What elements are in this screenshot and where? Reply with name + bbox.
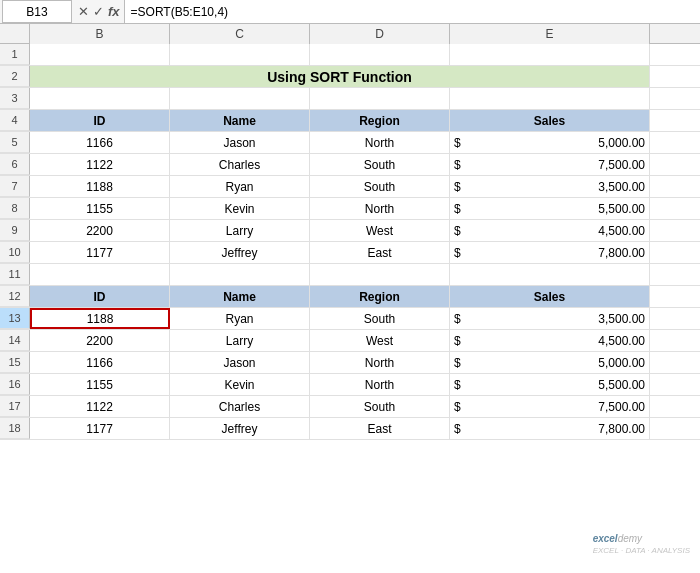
row-num-4: 4 (0, 110, 30, 131)
row-num-15: 15 (0, 352, 30, 373)
cell-e18[interactable]: $ 7,800.00 (450, 418, 650, 439)
row-12: 12 ID Name Region Sales (0, 286, 700, 308)
amount-14: 4,500.00 (465, 334, 645, 348)
cell-d10[interactable]: East (310, 242, 450, 263)
cell-e12: Sales (450, 286, 650, 307)
cell-e6[interactable]: $ 7,500.00 (450, 154, 650, 175)
cell-d5[interactable]: North (310, 132, 450, 153)
cell-c12: Name (170, 286, 310, 307)
row-num-13: 13 (0, 308, 30, 329)
cell-c5[interactable]: Jason (170, 132, 310, 153)
cell-c9[interactable]: Larry (170, 220, 310, 241)
dollar-13: $ (454, 312, 461, 326)
row-num-1: 1 (0, 44, 30, 65)
row-num-11: 11 (0, 264, 30, 285)
cell-d8[interactable]: North (310, 198, 450, 219)
cell-c18[interactable]: Jeffrey (170, 418, 310, 439)
cell-b8[interactable]: 1155 (30, 198, 170, 219)
cell-c16[interactable]: Kevin (170, 374, 310, 395)
row-8: 8 1155 Kevin North $ 5,500.00 (0, 198, 700, 220)
cell-d18[interactable]: East (310, 418, 450, 439)
cell-b17[interactable]: 1122 (30, 396, 170, 417)
cell-d1[interactable] (310, 44, 450, 65)
cell-c10[interactable]: Jeffrey (170, 242, 310, 263)
cell-c3[interactable] (170, 88, 310, 109)
confirm-icon[interactable]: ✓ (93, 4, 104, 19)
cell-d15[interactable]: North (310, 352, 450, 373)
cell-b15[interactable]: 1166 (30, 352, 170, 373)
cell-b10[interactable]: 1177 (30, 242, 170, 263)
dollar-9: $ (454, 224, 461, 238)
cell-c1[interactable] (170, 44, 310, 65)
row-16: 16 1155 Kevin North $ 5,500.00 (0, 374, 700, 396)
cell-c14[interactable]: Larry (170, 330, 310, 351)
cell-e17[interactable]: $ 7,500.00 (450, 396, 650, 417)
cell-d7[interactable]: South (310, 176, 450, 197)
cell-e8[interactable]: $ 5,500.00 (450, 198, 650, 219)
row-num-3: 3 (0, 88, 30, 109)
cell-c13[interactable]: Ryan (170, 308, 310, 329)
cell-e5[interactable]: $ 5,000.00 (450, 132, 650, 153)
cell-e11[interactable] (450, 264, 650, 285)
cell-b5[interactable]: 1166 (30, 132, 170, 153)
cell-e14[interactable]: $ 4,500.00 (450, 330, 650, 351)
cell-c8[interactable]: Kevin (170, 198, 310, 219)
dollar-18: $ (454, 422, 461, 436)
amount-10: 7,800.00 (465, 246, 645, 260)
cell-b7[interactable]: 1188 (30, 176, 170, 197)
cell-b18[interactable]: 1177 (30, 418, 170, 439)
cell-b14[interactable]: 2200 (30, 330, 170, 351)
cell-b16[interactable]: 1155 (30, 374, 170, 395)
row-num-5: 5 (0, 132, 30, 153)
dollar-5: $ (454, 136, 461, 150)
amount-18: 7,800.00 (465, 422, 645, 436)
cell-c15[interactable]: Jason (170, 352, 310, 373)
dollar-15: $ (454, 356, 461, 370)
cell-d14[interactable]: West (310, 330, 450, 351)
row-num-17: 17 (0, 396, 30, 417)
cell-d3[interactable] (310, 88, 450, 109)
amount-16: 5,500.00 (465, 378, 645, 392)
cell-c4: Name (170, 110, 310, 131)
cell-e15[interactable]: $ 5,000.00 (450, 352, 650, 373)
cell-b3[interactable] (30, 88, 170, 109)
cell-b1[interactable] (30, 44, 170, 65)
cell-b9[interactable]: 2200 (30, 220, 170, 241)
col-headers-row: B C D E (0, 24, 700, 44)
cell-e13[interactable]: $ 3,500.00 (450, 308, 650, 329)
row-num-2: 2 (0, 66, 30, 87)
row-num-6: 6 (0, 154, 30, 175)
cell-d9[interactable]: West (310, 220, 450, 241)
cell-e16[interactable]: $ 5,500.00 (450, 374, 650, 395)
cell-b13[interactable]: 1188 (30, 308, 170, 329)
row-4: 4 ID Name Region Sales (0, 110, 700, 132)
row-11: 11 (0, 264, 700, 286)
cancel-icon[interactable]: ✕ (78, 4, 89, 19)
cell-b11[interactable] (30, 264, 170, 285)
cell-c6[interactable]: Charles (170, 154, 310, 175)
cell-d13[interactable]: South (310, 308, 450, 329)
formula-input[interactable]: =SORT(B5:E10,4) (124, 0, 700, 23)
amount-9: 4,500.00 (465, 224, 645, 238)
cell-d17[interactable]: South (310, 396, 450, 417)
cell-d4: Region (310, 110, 450, 131)
name-box[interactable]: B13 (2, 0, 72, 23)
cell-e10[interactable]: $ 7,800.00 (450, 242, 650, 263)
row-2: 2 Using SORT Function (0, 66, 700, 88)
cell-d11[interactable] (310, 264, 450, 285)
cell-c7[interactable]: Ryan (170, 176, 310, 197)
amount-7: 3,500.00 (465, 180, 645, 194)
cell-c11[interactable] (170, 264, 310, 285)
cell-e1[interactable] (450, 44, 650, 65)
row-num-8: 8 (0, 198, 30, 219)
fx-icon[interactable]: fx (108, 4, 120, 19)
cell-e7[interactable]: $ 3,500.00 (450, 176, 650, 197)
cell-b6[interactable]: 1122 (30, 154, 170, 175)
cell-e9[interactable]: $ 4,500.00 (450, 220, 650, 241)
cell-d6[interactable]: South (310, 154, 450, 175)
cell-d16[interactable]: North (310, 374, 450, 395)
cell-e3[interactable] (450, 88, 650, 109)
dollar-7: $ (454, 180, 461, 194)
amount-15: 5,000.00 (465, 356, 645, 370)
cell-c17[interactable]: Charles (170, 396, 310, 417)
